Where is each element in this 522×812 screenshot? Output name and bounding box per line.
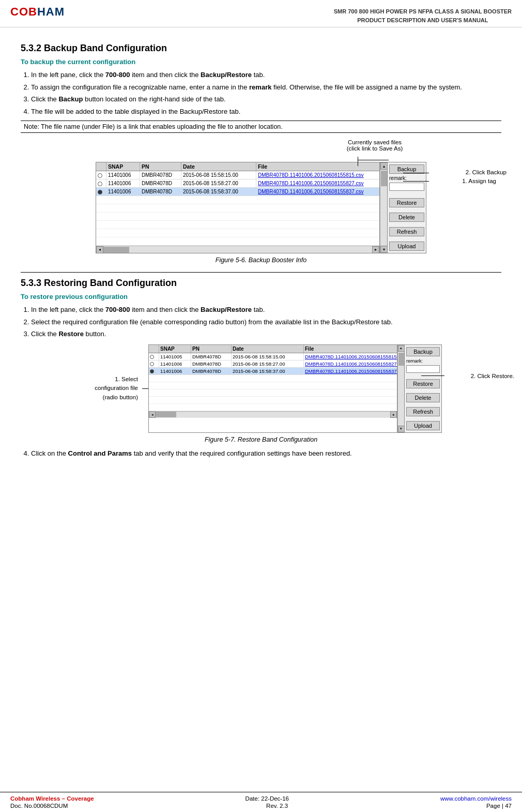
- table-area-532: SNAP PN Date File 11401006 DMBR4078D 201…: [96, 162, 380, 253]
- section-532: 5.3.2 Backup Band Configuration To backu…: [21, 43, 501, 264]
- section-533-steps: In the left pane, click the 700-800 item…: [21, 305, 501, 339]
- section-533-step4: Click on the Control and Params tab and …: [21, 448, 501, 459]
- step-532-2: To assign the configuration file a recog…: [31, 82, 501, 93]
- scroll2-down[interactable]: ▾: [398, 426, 405, 432]
- figure-57: SNAP PN Date File 11401005 DMBR4078D 201…: [148, 344, 442, 433]
- table-row: 11401006 DMBR4078D 2015-06-08 15:58:27.0…: [96, 179, 379, 188]
- col-header-file: File: [256, 162, 379, 171]
- section-532-heading: 5.3.2 Backup Band Configuration: [21, 43, 501, 54]
- annotation-click-backup: 2. Click Backup: [466, 169, 506, 175]
- company-logo: COBHAM: [10, 5, 65, 19]
- refresh-button-533[interactable]: Refresh: [406, 407, 440, 416]
- step-533-3: Click the Restore button.: [31, 329, 501, 339]
- figure-56-container: Currently saved files (click link to Sav…: [21, 139, 501, 264]
- remark-input-533[interactable]: [406, 365, 440, 373]
- document-title: SMR 700 800 HIGH POWER PS NFPA CLASS A S…: [334, 5, 512, 24]
- left-arrow-line: [142, 388, 148, 389]
- scroll2-up[interactable]: ▴: [398, 345, 405, 352]
- annotation-left-533: 1. Select configuration file (radio butt…: [80, 375, 142, 402]
- section-533-subheading: To restore previous configuration: [21, 293, 501, 300]
- main-content: 5.3.2 Backup Band Configuration To backu…: [0, 27, 522, 473]
- col-header-radio: [96, 162, 106, 171]
- table-row: 11401006 DMBR4078D 2015-06-08 15:58:15.0…: [96, 171, 379, 179]
- backup-button-533[interactable]: Backup: [406, 347, 440, 356]
- page-header: COBHAM SMR 700 800 HIGH POWER PS NFPA CL…: [0, 0, 522, 27]
- upload-button[interactable]: Upload: [389, 242, 424, 251]
- scroll-right-btn[interactable]: ▸: [372, 246, 379, 253]
- v-scrollbar-533: ▴ ▾: [397, 345, 404, 432]
- annotation-click-restore: 2. Click Restore.: [471, 373, 514, 379]
- figure-57-caption: Figure 5-7. Restore Band Configuration: [205, 436, 317, 443]
- col-header-snap: SNAP: [106, 162, 140, 171]
- refresh-button[interactable]: Refresh: [389, 227, 424, 236]
- delete-button-533[interactable]: Delete: [406, 393, 440, 402]
- scroll-up-btn[interactable]: ▴: [380, 162, 388, 170]
- remark-label-533: remark:: [406, 358, 440, 364]
- footer-date: Date: 22-Dec-16: [245, 795, 289, 802]
- table-row-selected: 11401006 DMBR4078D 2015-06-08 15:58:37.0…: [96, 188, 379, 196]
- step-533-2: Select the required configuration file (…: [31, 317, 501, 327]
- table-row-selected: 11401006 DMBR4078D 2015-06-08 15:58:37.0…: [149, 368, 397, 375]
- col-header-date: Date: [181, 162, 256, 171]
- col2-header-pn: PN: [191, 345, 232, 353]
- note-box-532: Note: The file name (under File) is a li…: [21, 121, 501, 133]
- radio-3[interactable]: [98, 190, 102, 194]
- step-532-3: Click the Backup button located on the r…: [31, 94, 501, 104]
- delete-button[interactable]: Delete: [389, 213, 424, 222]
- radio2-1[interactable]: [150, 355, 154, 359]
- section-533-heading: 5.3.3 Restoring Band Configuration: [21, 278, 501, 289]
- radio2-3[interactable]: [150, 369, 154, 373]
- page-footer: Cobham Wireless – Coverage Date: 22-Dec-…: [0, 792, 522, 812]
- right-arrow-line-533: [421, 375, 444, 376]
- footer-rev: Rev. 2.3: [266, 803, 288, 809]
- annotation-saved-files: Currently saved files (click link to Sav…: [323, 139, 426, 152]
- step-532-1: In the left pane, click the 700-800 item…: [31, 70, 501, 80]
- col2-header-date: Date: [232, 345, 304, 353]
- remark-input[interactable]: [389, 183, 424, 191]
- col2-header-radio: [149, 345, 159, 353]
- upload-button-533[interactable]: Upload: [406, 421, 440, 430]
- col2-header-file: File: [304, 345, 397, 353]
- annotation-line-1: [403, 173, 429, 173]
- footer-page: Page | 47: [486, 803, 512, 809]
- step-532-4: The file will be added to the table disp…: [31, 107, 501, 117]
- annotation-line-2: [403, 181, 429, 182]
- col2-header-snap: SNAP: [159, 345, 191, 353]
- figure-56-caption: Figure 5-6. Backup Booster Info: [216, 257, 306, 264]
- restore-button[interactable]: Restore: [389, 198, 424, 207]
- annotation-assign-tag: 1. Assign tag: [462, 178, 496, 184]
- col-header-pn: PN: [140, 162, 181, 171]
- figure-56: Currently saved files (click link to Sav…: [96, 139, 426, 253]
- remark-label: remark:: [389, 175, 424, 181]
- radio-2[interactable]: [98, 182, 102, 186]
- action-panel-533: Backup remark: Restore Delete Refresh Up…: [404, 345, 441, 432]
- figure-57-container: 1. Select configuration file (radio butt…: [21, 344, 501, 443]
- footer-website[interactable]: www.cobham.com/wireless: [440, 795, 512, 802]
- footer-doc-no: Doc. No.00068CDUM: [10, 803, 68, 809]
- radio2-2[interactable]: [150, 362, 154, 366]
- table-row: 11401006 DMBR4078D 2015-06-08 15:58:27.0…: [149, 360, 397, 368]
- section-532-subheading: To backup the current configuration: [21, 58, 501, 66]
- scroll-left-btn[interactable]: ◂: [96, 246, 103, 253]
- ui-panel-532: SNAP PN Date File 11401006 DMBR4078D 201…: [96, 162, 426, 253]
- ui-panel-533: SNAP PN Date File 11401005 DMBR4078D 201…: [148, 344, 442, 433]
- radio-1[interactable]: [98, 173, 102, 178]
- footer-company: Cobham Wireless – Coverage: [10, 795, 94, 802]
- step-533-1: In the left pane, click the 700-800 item…: [31, 305, 501, 315]
- action-panel-532: Backup remark: Restore Delete Refresh Up…: [387, 162, 426, 253]
- table-row: 11401005 DMBR4078D 2015-06-08 15:58:15.0…: [149, 353, 397, 360]
- section-separator: [21, 272, 501, 273]
- scroll-down-btn[interactable]: ▾: [380, 246, 388, 253]
- section-533: 5.3.3 Restoring Band Configuration To re…: [21, 278, 501, 458]
- section-532-steps: In the left pane, click the 700-800 item…: [21, 70, 501, 116]
- figure-57-with-annotations: 1. Select configuration file (radio butt…: [80, 344, 442, 433]
- scroll2-right[interactable]: ▸: [390, 411, 397, 418]
- scroll2-left[interactable]: ◂: [149, 411, 156, 418]
- restore-button-533[interactable]: Restore: [406, 379, 440, 388]
- step-533-4: Click on the Control and Params tab and …: [31, 448, 501, 459]
